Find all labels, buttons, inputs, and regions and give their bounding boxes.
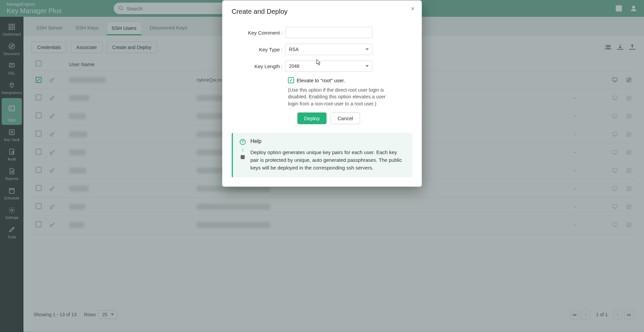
help-title: Help — [251, 138, 406, 144]
help-icon: ? — [240, 139, 246, 145]
create-deploy-modal: Create and Deploy Key Comment: Key Type:… — [222, 0, 422, 187]
deploy-button[interactable]: Deploy — [298, 112, 327, 124]
close-icon[interactable] — [411, 6, 415, 11]
modal-title: Create and Deploy — [232, 8, 413, 15]
checkbox-icon — [288, 77, 294, 83]
bullet-icon — [241, 155, 245, 159]
elevate-note: (Use this option if the direct root user… — [288, 87, 389, 107]
help-panel: ? Help Deploy option generates unique ke… — [232, 133, 413, 177]
key-type-select[interactable]: RSA — [285, 44, 373, 55]
help-body: Deploy option generates unique key pairs… — [251, 148, 406, 172]
elevate-root-checkbox[interactable]: Elevate to "root" user. — [288, 77, 413, 83]
key-length-select[interactable]: 2048 — [285, 60, 373, 72]
cancel-button[interactable]: Cancel — [330, 112, 360, 124]
key-comment-input[interactable] — [285, 27, 373, 38]
